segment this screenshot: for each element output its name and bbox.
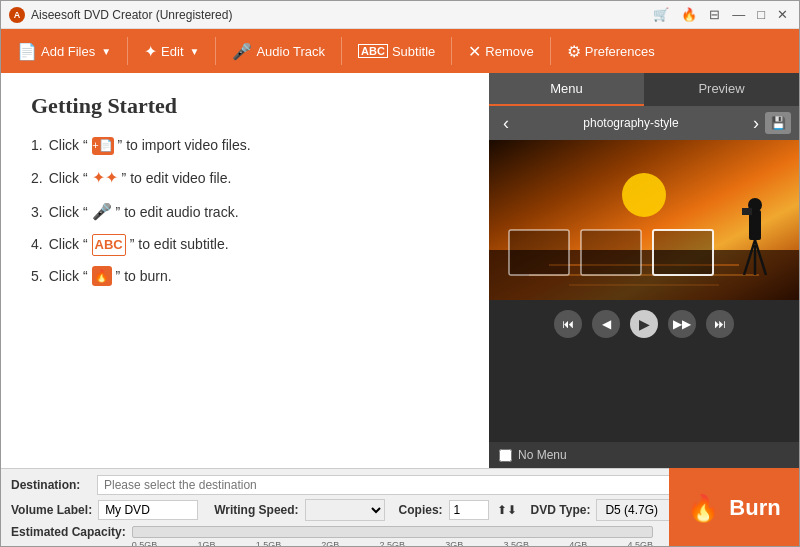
next-style-button[interactable]: › [747,113,765,134]
burn-flame-icon: 🔥 [687,493,719,524]
forward-end-button[interactable]: ⏭ [706,310,734,338]
volume-input[interactable] [98,500,198,520]
step-4-post: ” to edit subtitle. [130,234,229,255]
step-4-num: 4. [31,234,43,255]
dvd-type-label: DVD Type: [531,503,591,517]
play-button[interactable]: ▶ [630,310,658,338]
step-2-pre: Click “ [49,168,88,189]
remove-icon: ✕ [468,42,481,61]
svg-rect-14 [653,230,713,275]
step-4: 4. Click “ ABC ” to edit subtitle. [31,234,459,256]
no-menu-label: No Menu [518,448,567,462]
subtitle-button[interactable]: ABC Subtitle [348,39,445,64]
minimize-button[interactable]: — [729,7,748,22]
divider-1 [127,37,128,65]
add-files-arrow: ▼ [101,46,111,57]
writing-speed-select[interactable] [305,499,385,521]
step-3: 3. Click “ 🎤 ” to edit audio track. [31,200,459,224]
preferences-button[interactable]: ⚙ Preferences [557,37,665,66]
edit-icon: ✦ [144,42,157,61]
right-panel: Menu Preview ‹ photography-style › 💾 [489,73,799,468]
window-controls: 🛒 🔥 ⊟ — □ ✕ [650,7,791,22]
svg-point-1 [622,173,666,217]
main-content: Getting Started 1. Click “ +📄 ” to impor… [1,73,799,468]
bottom-bar: Destination: ▼ Volume Label: Writing Spe… [1,468,799,547]
fire-icon[interactable]: 🔥 [678,7,700,22]
prev-style-button[interactable]: ‹ [497,113,515,134]
step-1-pre: Click “ [49,135,88,156]
preview-svg [489,140,799,300]
svg-rect-13 [581,230,641,275]
subtitle-abc-icon: ABC [92,234,126,256]
destination-label: Destination: [11,478,91,492]
rewind-button[interactable]: ◀ [592,310,620,338]
step-3-num: 3. [31,202,43,223]
rewind-start-button[interactable]: ⏮ [554,310,582,338]
step-1-post: ” to import video files. [118,135,251,156]
step-5-pre: Click “ [49,266,88,287]
style-name-label: photography-style [515,116,747,130]
title-bar: A Aiseesoft DVD Creator (Unregistered) 🛒… [1,1,799,29]
step-3-post: ” to edit audio track. [116,202,239,223]
audio-track-button[interactable]: 🎤 Audio Track [222,37,335,66]
preferences-icon: ⚙ [567,42,581,61]
divider-2 [215,37,216,65]
style-nav: ‹ photography-style › 💾 [489,106,799,140]
capacity-label: Estimated Capacity: [11,525,126,539]
getting-started-title: Getting Started [31,93,459,119]
toolbar: 📄 Add Files ▼ ✦ Edit ▼ 🎤 Audio Track ABC… [1,29,799,73]
step-5-icon: 🔥 [92,266,112,286]
capacity-bar-wrapper: 0.5GB 1GB 1.5GB 2GB 2.5GB 3GB 3.5GB 4GB … [132,526,653,538]
burn-small-icon: 🔥 [92,266,112,286]
divider-4 [451,37,452,65]
capacity-ticks: 0.5GB 1GB 1.5GB 2GB 2.5GB 3GB 3.5GB 4GB … [132,540,653,547]
step-2-post: ” to edit video file. [122,168,232,189]
app-logo: A [9,7,25,23]
no-menu-checkbox[interactable] [499,449,512,462]
fast-forward-button[interactable]: ▶▶ [668,310,696,338]
step-3-pre: Click “ [49,202,88,223]
step-5: 5. Click “ 🔥 ” to burn. [31,266,459,287]
step-1-icon: +📄 [92,137,114,155]
step-5-post: ” to burn. [116,266,172,287]
burn-button[interactable]: 🔥 Burn [669,468,799,547]
add-icon: +📄 [92,137,114,155]
edit-button[interactable]: ✦ Edit ▼ [134,37,209,66]
subtitle-icon: ABC [358,44,388,58]
tab-menu[interactable]: Menu [489,73,644,106]
copies-input[interactable] [449,500,489,520]
tab-preview[interactable]: Preview [644,73,799,106]
writing-speed-label: Writing Speed: [214,503,298,517]
capacity-bar [132,526,653,538]
left-panel: Getting Started 1. Click “ +📄 ” to impor… [1,73,489,468]
app-title: Aiseesoft DVD Creator (Unregistered) [31,8,650,22]
step-1: 1. Click “ +📄 ” to import video files. [31,135,459,156]
add-files-button[interactable]: 📄 Add Files ▼ [7,37,121,66]
step-1-num: 1. [31,135,43,156]
burn-label: Burn [729,495,780,521]
add-files-icon: 📄 [17,42,37,61]
step-4-icon: ABC [92,234,126,256]
feedback-icon[interactable]: ⊟ [706,7,723,22]
step-2: 2. Click “ ✦✦ ” to edit video file. [31,166,459,190]
edit-arrow: ▼ [190,46,200,57]
step-2-icon: ✦✦ [92,166,118,190]
preview-tabs: Menu Preview [489,73,799,106]
copies-spinner[interactable]: ⬆⬇ [497,503,517,517]
audio-icon: 🎤 [232,42,252,61]
step-4-pre: Click “ [49,234,88,255]
step-2-num: 2. [31,168,43,189]
remove-button[interactable]: ✕ Remove [458,37,543,66]
cart-icon[interactable]: 🛒 [650,7,672,22]
no-menu-row: No Menu [489,442,799,468]
save-style-button[interactable]: 💾 [765,112,791,134]
close-button[interactable]: ✕ [774,7,791,22]
player-controls: ⏮ ◀ ▶ ▶▶ ⏭ [489,300,799,348]
preview-background [489,140,799,300]
copies-label: Copies: [399,503,443,517]
divider-3 [341,37,342,65]
maximize-button[interactable]: □ [754,7,768,22]
step-3-icon: 🎤 [92,200,112,224]
svg-rect-8 [742,208,752,215]
svg-rect-12 [509,230,569,275]
